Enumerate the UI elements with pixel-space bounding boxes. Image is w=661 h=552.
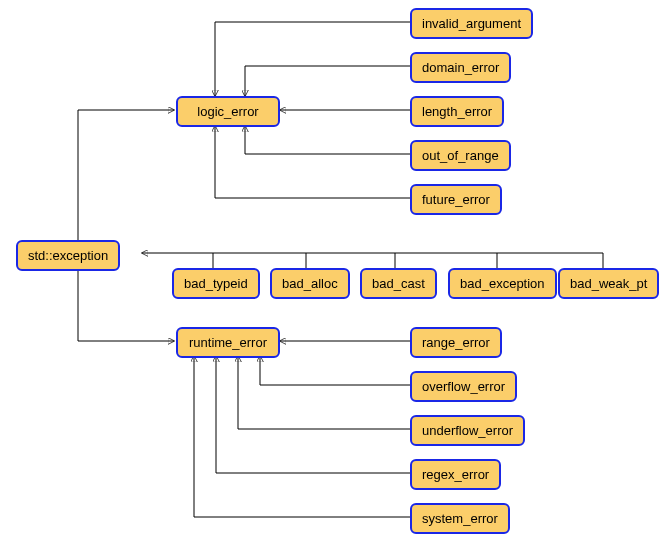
node-label: system_error	[422, 511, 498, 526]
node-label: bad_weak_pt	[570, 276, 647, 291]
node-bad-typeid: bad_typeid	[172, 268, 260, 299]
node-overflow-error: overflow_error	[410, 371, 517, 402]
node-std-exception: std::exception	[16, 240, 120, 271]
node-domain-error: domain_error	[410, 52, 511, 83]
node-label: std::exception	[28, 248, 108, 263]
node-regex-error: regex_error	[410, 459, 501, 490]
node-runtime-error: runtime_error	[176, 327, 280, 358]
node-label: runtime_error	[189, 335, 267, 350]
node-label: overflow_error	[422, 379, 505, 394]
node-length-error: length_error	[410, 96, 504, 127]
node-bad-weak-pt: bad_weak_pt	[558, 268, 659, 299]
node-label: regex_error	[422, 467, 489, 482]
node-label: length_error	[422, 104, 492, 119]
node-label: range_error	[422, 335, 490, 350]
node-system-error: system_error	[410, 503, 510, 534]
node-label: bad_cast	[372, 276, 425, 291]
node-bad-exception: bad_exception	[448, 268, 557, 299]
node-invalid-argument: invalid_argument	[410, 8, 533, 39]
node-label: future_error	[422, 192, 490, 207]
node-label: invalid_argument	[422, 16, 521, 31]
node-bad-cast: bad_cast	[360, 268, 437, 299]
node-label: bad_exception	[460, 276, 545, 291]
node-underflow-error: underflow_error	[410, 415, 525, 446]
node-label: logic_error	[197, 104, 258, 119]
node-label: out_of_range	[422, 148, 499, 163]
node-logic-error: logic_error	[176, 96, 280, 127]
node-bad-alloc: bad_alloc	[270, 268, 350, 299]
node-future-error: future_error	[410, 184, 502, 215]
node-label: domain_error	[422, 60, 499, 75]
node-label: bad_typeid	[184, 276, 248, 291]
node-range-error: range_error	[410, 327, 502, 358]
node-label: underflow_error	[422, 423, 513, 438]
node-label: bad_alloc	[282, 276, 338, 291]
node-out-of-range: out_of_range	[410, 140, 511, 171]
